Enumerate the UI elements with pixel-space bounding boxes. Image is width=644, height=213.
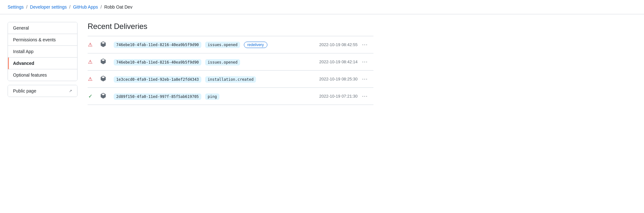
breadcrumb-github-apps[interactable]: GitHub Apps — [73, 4, 98, 10]
sidebar-item-public-page[interactable]: Public page ↗ — [8, 85, 77, 97]
breadcrumb-sep-1: / — [26, 4, 27, 10]
status-cell-2: ⚠ — [88, 53, 97, 71]
breadcrumb-sep-3: / — [100, 4, 102, 10]
cube-icon-2 — [100, 58, 106, 64]
sidebar-item-advanced[interactable]: Advanced — [8, 58, 77, 69]
sidebar-item-general[interactable]: General — [8, 22, 77, 34]
status-cell-3: ⚠ — [88, 71, 97, 88]
delivery-id-cell-3: 1e3cecd0-4fa9-11ed-92eb-1a8ef2fd4343 ins… — [110, 71, 304, 88]
main-content: Recent Deliveries ⚠ 746ebe10-4fab-11ed-8… — [88, 22, 373, 105]
event-tag-1: issues.opened — [205, 42, 240, 48]
breadcrumb: Settings / Developer settings / GitHub A… — [0, 0, 644, 14]
delivery-id-cell-4: 2d89f150-4fa0-11ed-997f-85f5ab619705 pin… — [110, 88, 304, 105]
cube-icon-3 — [100, 76, 106, 81]
event-tag-3: installation.created — [205, 76, 256, 83]
success-icon-4: ✓ — [88, 93, 93, 99]
timestamp-cell-2: 2022-10-19 08:42:14 ··· — [304, 53, 373, 71]
delivery-id-4[interactable]: 2d89f150-4fa0-11ed-997f-85f5ab619705 — [114, 93, 201, 100]
sidebar-item-optional-features[interactable]: Optional features — [8, 69, 77, 81]
sidebar-item-install-app[interactable]: Install App — [8, 46, 77, 58]
delivery-id-cell-1: 746ebe10-4fab-11ed-8216-40ea9b5f9d90 iss… — [110, 36, 304, 53]
warning-icon-1: ⚠ — [88, 42, 93, 48]
sidebar-item-permissions[interactable]: Permissions & events — [8, 34, 77, 46]
table-row: ⚠ 746ebe10-4fab-11ed-8216-40ea9b5f9d90 i… — [88, 36, 373, 53]
external-link-icon: ↗ — [69, 89, 72, 93]
cube-cell-4 — [97, 88, 110, 105]
table-row: ✓ 2d89f150-4fa0-11ed-997f-85f5ab619705 p… — [88, 88, 373, 105]
public-page-label: Public page — [13, 88, 36, 93]
cube-cell-2 — [97, 53, 110, 71]
cube-cell-1 — [97, 36, 110, 53]
table-row: ⚠ 1e3cecd0-4fa9-11ed-92eb-1a8ef2fd4343 i… — [88, 71, 373, 88]
redelivery-badge-1: redelivery — [244, 42, 267, 48]
more-button-4[interactable]: ··· — [360, 92, 370, 100]
timestamp-3: 2022-10-19 08:25:30 — [319, 77, 358, 81]
cube-cell-3 — [97, 71, 110, 88]
breadcrumb-settings[interactable]: Settings — [8, 4, 24, 10]
warning-icon-3: ⚠ — [88, 76, 93, 82]
delivery-id-1[interactable]: 746ebe10-4fab-11ed-8216-40ea9b5f9d90 — [114, 42, 201, 48]
timestamp-cell-4: 2022-10-19 07:21:30 ··· — [304, 88, 373, 105]
sidebar-nav-primary: General Permissions & events Install App… — [8, 22, 77, 81]
page-title: Recent Deliveries — [88, 22, 373, 31]
timestamp-2: 2022-10-19 08:42:14 — [319, 59, 358, 64]
timestamp-cell-3: 2022-10-19 08:25:30 ··· — [304, 71, 373, 88]
deliveries-table: ⚠ 746ebe10-4fab-11ed-8216-40ea9b5f9d90 i… — [88, 36, 373, 105]
cube-icon-4 — [100, 93, 106, 99]
sidebar: General Permissions & events Install App… — [8, 22, 77, 105]
sidebar-nav-secondary: Public page ↗ — [8, 85, 77, 97]
status-cell-4: ✓ — [88, 88, 97, 105]
event-tag-4: ping — [205, 93, 219, 100]
cube-icon-1 — [100, 41, 106, 47]
status-cell-1: ⚠ — [88, 36, 97, 53]
timestamp-4: 2022-10-19 07:21:30 — [319, 94, 358, 99]
breadcrumb-sep-2: / — [69, 4, 70, 10]
warning-icon-2: ⚠ — [88, 59, 93, 65]
event-tag-2: issues.opened — [205, 59, 240, 65]
more-button-2[interactable]: ··· — [360, 58, 370, 66]
more-button-3[interactable]: ··· — [360, 75, 370, 83]
more-button-1[interactable]: ··· — [360, 41, 370, 49]
delivery-id-cell-2: 746ebe10-4fab-11ed-8216-40ea9b5f9d90 iss… — [110, 53, 304, 71]
breadcrumb-current: Robb Oat Dev — [104, 4, 132, 10]
timestamp-1: 2022-10-19 08:42:55 — [319, 42, 358, 47]
delivery-id-2[interactable]: 746ebe10-4fab-11ed-8216-40ea9b5f9d90 — [114, 59, 201, 65]
delivery-id-3[interactable]: 1e3cecd0-4fa9-11ed-92eb-1a8ef2fd4343 — [114, 76, 201, 83]
timestamp-cell-1: 2022-10-19 08:42:55 ··· — [304, 36, 373, 53]
breadcrumb-developer-settings[interactable]: Developer settings — [30, 4, 67, 10]
table-row: ⚠ 746ebe10-4fab-11ed-8216-40ea9b5f9d90 i… — [88, 53, 373, 71]
